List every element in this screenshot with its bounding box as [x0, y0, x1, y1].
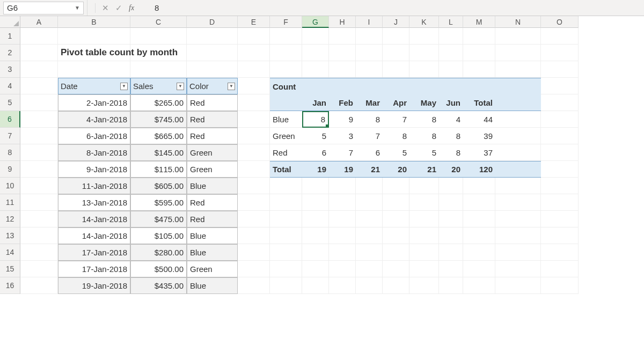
- table-cell-date[interactable]: 17-Jan-2018: [58, 261, 130, 277]
- pivot-value[interactable]: 37: [463, 144, 495, 161]
- pivot-value[interactable]: 8: [439, 144, 463, 161]
- pivot-total-value[interactable]: 21: [356, 161, 383, 178]
- pivot-value[interactable]: 39: [463, 128, 495, 144]
- table-cell-sales[interactable]: $595.00: [130, 194, 187, 211]
- pivot-value[interactable]: 8: [439, 128, 463, 144]
- column-header-I[interactable]: I: [356, 16, 383, 28]
- row-header-2[interactable]: 2: [0, 45, 20, 61]
- pivot-total-value[interactable]: 120: [463, 161, 495, 178]
- column-header-B[interactable]: B: [58, 16, 130, 28]
- pivot-col-header[interactable]: Feb: [329, 94, 356, 111]
- table-cell-sales[interactable]: $745.00: [130, 111, 187, 128]
- row-header-10[interactable]: 10: [0, 178, 20, 194]
- table-cell-date[interactable]: 8-Jan-2018: [58, 144, 130, 161]
- pivot-total-label[interactable]: Total: [270, 161, 302, 178]
- pivot-value[interactable]: 6: [302, 144, 329, 161]
- row-header-7[interactable]: 7: [0, 128, 20, 144]
- row-header-9[interactable]: 9: [0, 161, 20, 178]
- filter-dropdown-icon[interactable]: ▼: [228, 83, 235, 90]
- column-header-A[interactable]: A: [20, 16, 58, 28]
- table-cell-color[interactable]: Red: [187, 111, 238, 128]
- table-cell-color[interactable]: Blue: [187, 227, 238, 244]
- table-cell-date[interactable]: 14-Jan-2018: [58, 211, 130, 227]
- table-cell-sales[interactable]: $115.00: [130, 161, 187, 178]
- pivot-value[interactable]: 3: [329, 128, 356, 144]
- table-cell-date[interactable]: 6-Jan-2018: [58, 128, 130, 144]
- column-header-C[interactable]: C: [130, 16, 187, 28]
- row-header-14[interactable]: 14: [0, 244, 20, 261]
- table-cell-date[interactable]: 13-Jan-2018: [58, 194, 130, 211]
- pivot-total-value[interactable]: 19: [329, 161, 356, 178]
- table-cell-date[interactable]: 4-Jan-2018: [58, 111, 130, 128]
- dropdown-icon[interactable]: ▼: [75, 5, 80, 11]
- row-header-11[interactable]: 11: [0, 194, 20, 211]
- row-header-4[interactable]: 4: [0, 78, 20, 94]
- column-header-H[interactable]: H: [329, 16, 356, 28]
- pivot-value[interactable]: 7: [356, 128, 383, 144]
- cells-area[interactable]: Pivot table count by monthDate▼Sales▼Col…: [20, 28, 644, 294]
- pivot-col-header[interactable]: Jun: [439, 94, 463, 111]
- table-cell-color[interactable]: Green: [187, 161, 238, 178]
- table-header-sales[interactable]: Sales▼: [130, 78, 187, 94]
- table-cell-color[interactable]: Red: [187, 94, 238, 111]
- column-header-M[interactable]: M: [463, 16, 495, 28]
- column-header-N[interactable]: N: [495, 16, 541, 28]
- filter-dropdown-icon[interactable]: ▼: [120, 83, 128, 90]
- table-cell-sales[interactable]: $605.00: [130, 178, 187, 194]
- pivot-value[interactable]: 8: [356, 111, 383, 128]
- table-cell-color[interactable]: Blue: [187, 244, 238, 261]
- pivot-col-header[interactable]: Total: [463, 94, 495, 111]
- table-cell-color[interactable]: Green: [187, 144, 238, 161]
- pivot-col-header[interactable]: Mar: [356, 94, 383, 111]
- table-cell-sales[interactable]: $145.00: [130, 144, 187, 161]
- pivot-value[interactable]: 9: [329, 111, 356, 128]
- table-cell-sales[interactable]: $105.00: [130, 227, 187, 244]
- table-cell-color[interactable]: Blue: [187, 277, 238, 294]
- row-header-12[interactable]: 12: [0, 211, 20, 227]
- table-cell-color[interactable]: Green: [187, 261, 238, 277]
- table-cell-sales[interactable]: $665.00: [130, 128, 187, 144]
- column-header-J[interactable]: J: [383, 16, 409, 28]
- pivot-value[interactable]: 8: [409, 111, 439, 128]
- pivot-col-header[interactable]: Jan: [302, 94, 329, 111]
- pivot-value[interactable]: 5: [302, 128, 329, 144]
- column-header-F[interactable]: F: [270, 16, 302, 28]
- pivot-value[interactable]: 4: [439, 111, 463, 128]
- select-all-corner[interactable]: [0, 16, 20, 28]
- table-cell-sales[interactable]: $435.00: [130, 277, 187, 294]
- row-header-13[interactable]: 13: [0, 227, 20, 244]
- pivot-total-value[interactable]: 21: [409, 161, 439, 178]
- row-header-5[interactable]: 5: [0, 94, 20, 111]
- column-header-O[interactable]: O: [541, 16, 579, 28]
- pivot-value[interactable]: 8: [383, 128, 409, 144]
- page-title[interactable]: Pivot table count by month: [58, 45, 130, 61]
- table-cell-sales[interactable]: $475.00: [130, 211, 187, 227]
- table-cell-color[interactable]: Red: [187, 194, 238, 211]
- fx-icon[interactable]: fx: [129, 4, 134, 12]
- row-header-16[interactable]: 16: [0, 277, 20, 294]
- row-header-1[interactable]: 1: [0, 28, 20, 45]
- pivot-row-label[interactable]: Green: [270, 128, 302, 144]
- row-header-3[interactable]: 3: [0, 61, 20, 78]
- table-cell-sales[interactable]: $265.00: [130, 94, 187, 111]
- pivot-row-label[interactable]: Red: [270, 144, 302, 161]
- cancel-icon[interactable]: ✕: [102, 3, 109, 13]
- pivot-value[interactable]: 7: [383, 111, 409, 128]
- table-cell-date[interactable]: 19-Jan-2018: [58, 277, 130, 294]
- column-header-D[interactable]: D: [187, 16, 238, 28]
- table-cell-date[interactable]: 2-Jan-2018: [58, 94, 130, 111]
- name-box[interactable]: G6 ▼: [3, 2, 84, 14]
- table-cell-color[interactable]: Red: [187, 128, 238, 144]
- pivot-col-header[interactable]: May: [409, 94, 439, 111]
- table-cell-date[interactable]: 17-Jan-2018: [58, 244, 130, 261]
- selected-cell[interactable]: 8: [302, 111, 329, 128]
- column-header-K[interactable]: K: [409, 16, 439, 28]
- row-header-6[interactable]: 6: [0, 111, 20, 128]
- column-header-L[interactable]: L: [439, 16, 463, 28]
- pivot-row-label[interactable]: Blue: [270, 111, 302, 128]
- pivot-col-header[interactable]: Apr: [383, 94, 409, 111]
- pivot-title[interactable]: Count: [270, 78, 302, 94]
- formula-bar-value[interactable]: 8: [142, 3, 644, 12]
- pivot-value[interactable]: 44: [463, 111, 495, 128]
- column-header-E[interactable]: E: [238, 16, 270, 28]
